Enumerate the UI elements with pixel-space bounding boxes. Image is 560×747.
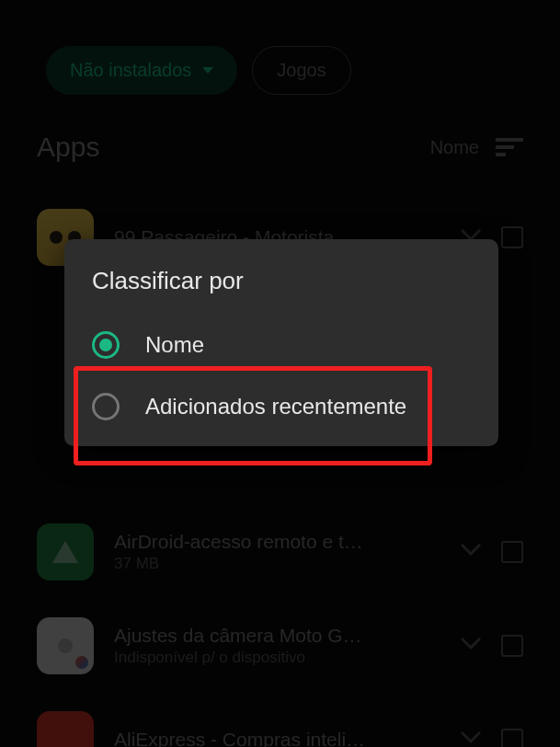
- radio-option-recently-added[interactable]: Adicionados recentemente: [64, 375, 498, 437]
- radio-icon: [92, 393, 120, 420]
- dialog-title: Classificar por: [64, 267, 498, 314]
- radio-option-name[interactable]: Nome: [64, 314, 498, 375]
- radio-label: Nome: [145, 330, 204, 359]
- sort-dialog: Classificar por Nome Adicionados recente…: [64, 239, 498, 446]
- radio-label: Adicionados recentemente: [145, 392, 406, 420]
- radio-icon: [92, 331, 120, 359]
